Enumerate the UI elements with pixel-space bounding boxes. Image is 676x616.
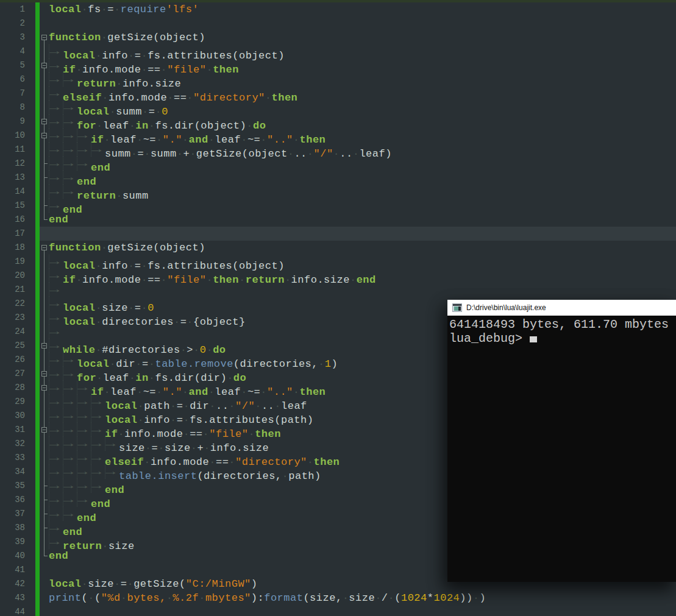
line-number[interactable]: 31 xyxy=(0,423,35,437)
line-number[interactable]: 13 xyxy=(0,171,35,185)
code-line[interactable]: 13→→end xyxy=(0,171,676,185)
code-text[interactable]: local·fs·=·require'lfs' xyxy=(49,2,676,16)
code-line[interactable]: 6→→return·info.size xyxy=(0,73,676,87)
line-number[interactable]: 39 xyxy=(0,535,35,549)
code-line[interactable]: 2 xyxy=(0,16,676,30)
fold-toggle[interactable] xyxy=(40,129,49,143)
line-number[interactable]: 40 xyxy=(0,549,35,563)
code-text[interactable]: function·getSize(object) xyxy=(49,241,676,255)
line-number[interactable]: 11 xyxy=(0,143,35,157)
line-number[interactable]: 12 xyxy=(0,157,35,171)
line-number[interactable]: 38 xyxy=(0,521,35,535)
code-text[interactable]: →if·info.mode·==·"file"·then xyxy=(49,58,676,73)
code-text[interactable]: →if·info.mode·==·"file"·then·return·info… xyxy=(49,269,676,283)
code-text[interactable]: print(·("%d·bytes,·%.2f·mbytes"):format(… xyxy=(49,591,676,605)
fold-toggle[interactable] xyxy=(40,367,49,381)
code-line[interactable]: 18function·getSize(object) xyxy=(0,241,676,255)
line-number[interactable]: 17 xyxy=(0,227,35,241)
code-text[interactable] xyxy=(49,605,676,616)
line-number[interactable]: 44 xyxy=(0,605,35,616)
fold-toggle[interactable] xyxy=(40,115,49,129)
code-line[interactable]: 9→→for·leaf·in·fs.dir(object)·do xyxy=(0,115,676,129)
line-number[interactable]: 29 xyxy=(0,395,35,409)
line-number[interactable]: 10 xyxy=(0,129,35,143)
line-number[interactable]: 4 xyxy=(0,44,35,58)
code-line[interactable]: 3function·getSize(object) xyxy=(0,30,676,44)
code-line[interactable]: 5→if·info.mode·==·"file"·then xyxy=(0,58,676,73)
code-text[interactable]: →→return·info.size xyxy=(49,73,676,87)
line-number[interactable]: 3 xyxy=(0,30,35,44)
line-number[interactable]: 15 xyxy=(0,199,35,213)
line-number[interactable]: 1 xyxy=(0,2,35,16)
line-number[interactable]: 26 xyxy=(0,353,35,367)
code-text[interactable]: →→→end xyxy=(49,157,676,171)
line-number[interactable]: 42 xyxy=(0,577,35,591)
line-number[interactable]: 16 xyxy=(0,213,35,227)
code-line[interactable]: 43print(·("%d·bytes,·%.2f·mbytes"):forma… xyxy=(0,591,676,605)
line-number[interactable]: 2 xyxy=(0,16,35,30)
code-text[interactable]: →→→if·leaf·~=·"."·and·leaf·~=·".."·then xyxy=(49,129,676,143)
fold-toggle[interactable] xyxy=(40,30,49,44)
code-text[interactable]: →end xyxy=(49,199,676,213)
code-text[interactable]: end xyxy=(49,213,676,227)
code-text[interactable] xyxy=(49,227,676,241)
line-number[interactable]: 33 xyxy=(0,451,35,465)
code-line[interactable]: 11→→→→summ·=·summ·+·getSize(object·..·"/… xyxy=(0,143,676,157)
console-window[interactable]: D:\drive\bin\lua\luajit.exe 641418493 by… xyxy=(447,300,676,582)
code-line[interactable]: 15→end xyxy=(0,199,676,213)
code-text[interactable]: function·getSize(object) xyxy=(49,30,676,44)
fold-toggle[interactable] xyxy=(40,241,49,255)
line-number[interactable]: 5 xyxy=(0,58,35,73)
code-line[interactable]: 8→→local·summ·=·0 xyxy=(0,101,676,115)
code-line[interactable]: 19→local·info·=·fs.attributes(object) xyxy=(0,255,676,269)
code-line[interactable]: 17 xyxy=(0,227,676,241)
line-number[interactable]: 30 xyxy=(0,409,35,423)
code-text[interactable]: → xyxy=(49,283,676,297)
console-output[interactable]: 641418493 bytes, 611.70 mbyteslua_debug> xyxy=(447,316,676,582)
line-number[interactable]: 21 xyxy=(0,283,35,297)
line-number[interactable]: 32 xyxy=(0,437,35,451)
line-number[interactable]: 37 xyxy=(0,507,35,521)
fold-toggle[interactable] xyxy=(40,423,49,437)
code-line[interactable]: 21→ xyxy=(0,283,676,297)
line-number[interactable]: 6 xyxy=(0,73,35,87)
line-number[interactable]: 28 xyxy=(0,381,35,395)
code-text[interactable] xyxy=(49,16,676,30)
line-number[interactable]: 35 xyxy=(0,479,35,493)
line-number[interactable]: 19 xyxy=(0,255,35,269)
code-line[interactable]: 16end xyxy=(0,213,676,227)
line-number[interactable]: 8 xyxy=(0,101,35,115)
code-line[interactable]: 7→elseif·info.mode·==·"directory"·then xyxy=(0,87,676,101)
line-number[interactable]: 20 xyxy=(0,269,35,283)
code-text[interactable]: →local·info·=·fs.attributes(object) xyxy=(49,44,676,58)
line-number[interactable]: 9 xyxy=(0,115,35,129)
line-number[interactable]: 7 xyxy=(0,87,35,101)
line-number[interactable]: 18 xyxy=(0,241,35,255)
fold-toggle[interactable] xyxy=(40,339,49,353)
code-line[interactable]: 12→→→end xyxy=(0,157,676,171)
code-line[interactable]: 1local·fs·=·require'lfs' xyxy=(0,2,676,16)
line-number[interactable]: 25 xyxy=(0,339,35,353)
line-number[interactable]: 23 xyxy=(0,311,35,325)
line-number[interactable]: 22 xyxy=(0,297,35,311)
line-number[interactable]: 34 xyxy=(0,465,35,479)
code-line[interactable]: 20→if·info.mode·==·"file"·then·return·in… xyxy=(0,269,676,283)
code-text[interactable]: →→for·leaf·in·fs.dir(object)·do xyxy=(49,115,676,129)
code-line[interactable]: 44 xyxy=(0,605,676,616)
line-number[interactable]: 14 xyxy=(0,185,35,199)
code-line[interactable]: 10→→→if·leaf·~=·"."·and·leaf·~=·".."·the… xyxy=(0,129,676,143)
fold-toggle[interactable] xyxy=(40,58,49,73)
code-text[interactable]: →elseif·info.mode·==·"directory"·then xyxy=(49,87,676,101)
console-titlebar[interactable]: D:\drive\bin\lua\luajit.exe xyxy=(447,300,676,316)
code-line[interactable]: 14→→return·summ xyxy=(0,185,676,199)
code-text[interactable]: →→end xyxy=(49,171,676,185)
line-number[interactable]: 24 xyxy=(0,325,35,339)
code-text[interactable]: →local·info·=·fs.attributes(object) xyxy=(49,255,676,269)
code-text[interactable]: →→→→summ·=·summ·+·getSize(object·..·"/"·… xyxy=(49,143,676,157)
code-line[interactable]: 4→local·info·=·fs.attributes(object) xyxy=(0,44,676,58)
line-number[interactable]: 36 xyxy=(0,493,35,507)
fold-toggle[interactable] xyxy=(40,381,49,395)
line-number[interactable]: 41 xyxy=(0,563,35,577)
line-number[interactable]: 27 xyxy=(0,367,35,381)
code-text[interactable]: →→local·summ·=·0 xyxy=(49,101,676,115)
